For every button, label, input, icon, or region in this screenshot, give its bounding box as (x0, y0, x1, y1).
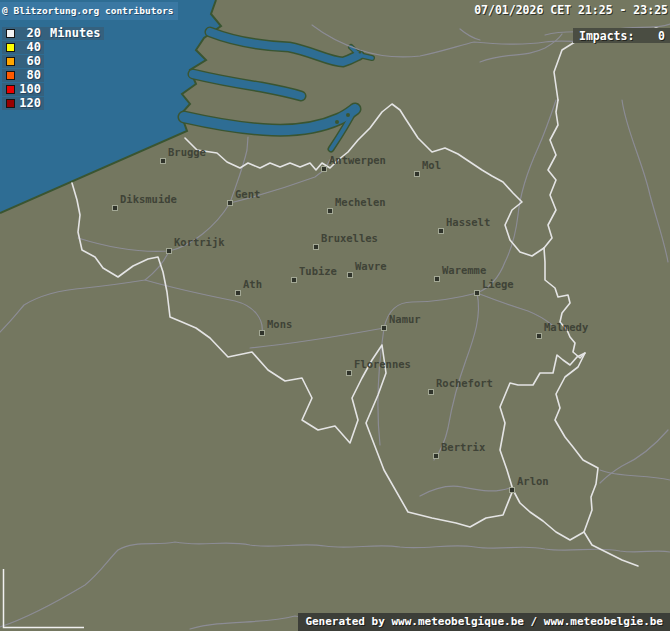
city-marker-gent (227, 200, 233, 206)
city-label-diksmuide: Diksmuide (120, 194, 177, 204)
city-label-namur: Namur (389, 314, 421, 324)
city-label-wavre: Wavre (355, 261, 387, 271)
city-marker-kortrijk (166, 248, 172, 254)
legend-color-swatch (6, 43, 15, 52)
legend-color-swatch (6, 71, 15, 80)
legend-minutes-value: 40 (15, 41, 41, 54)
attribution-label: @ Blitzortung.org contributors (0, 2, 178, 20)
legend-color-swatch (6, 29, 15, 38)
legend-item-100-min: 100 (2, 83, 44, 96)
city-label-liege: Liege (482, 279, 514, 289)
city-label-bertrix: Bertrix (441, 442, 485, 452)
city-marker-malmedy (536, 333, 542, 339)
city-marker-bruxelles (313, 244, 319, 250)
legend-minutes-value: 60 (15, 55, 41, 68)
city-marker-liege (474, 290, 480, 296)
legend-item-80-min: 80 (2, 69, 44, 82)
city-marker-ath (235, 290, 241, 296)
legend-unit-label: Minutes (50, 27, 101, 40)
impacts-counter: Impacts: 0 (573, 28, 670, 43)
datetime-range-label: 07/01/2026 CET 21:25 - 23:25 (474, 3, 668, 17)
impacts-label: Impacts: (579, 29, 634, 43)
city-label-rochefort: Rochefort (436, 378, 493, 388)
city-marker-florennes (346, 370, 352, 376)
legend-minutes-value: 20 (15, 27, 41, 40)
city-label-arlon: Arlon (517, 476, 549, 486)
city-marker-antwerpen (321, 166, 327, 172)
city-label-brugge: Brugge (168, 147, 206, 157)
city-label-tubize: Tubize (299, 266, 337, 276)
legend-item-120-min: 120 (2, 97, 44, 110)
city-marker-bertrix (433, 453, 439, 459)
city-label-malmedy: Malmedy (544, 322, 588, 332)
city-marker-diksmuide (112, 205, 118, 211)
city-label-florennes: Florennes (354, 359, 411, 369)
legend-item-40-min: 40 (2, 41, 44, 54)
city-marker-wavre (347, 272, 353, 278)
city-marker-waremme (434, 276, 440, 282)
legend-minutes-value: 120 (15, 97, 41, 110)
city-label-mons: Mons (267, 319, 292, 329)
city-label-ath: Ath (243, 279, 262, 289)
city-label-mol: Mol (422, 160, 441, 170)
city-label-gent: Gent (235, 189, 260, 199)
legend-minutes-value: 80 (15, 69, 41, 82)
city-label-kortrijk: Kortrijk (174, 237, 225, 247)
city-marker-mons (259, 330, 265, 336)
legend-minutes-value: 100 (15, 83, 41, 96)
city-label-antwerpen: Antwerpen (329, 155, 386, 165)
city-marker-hasselt (438, 228, 444, 234)
city-marker-namur (381, 325, 387, 331)
city-marker-mechelen (327, 208, 333, 214)
city-label-mechelen: Mechelen (335, 197, 386, 207)
age-legend: 20Minutes406080100120 (2, 27, 104, 111)
city-marker-tubize (291, 277, 297, 283)
lightning-strikes-map: BruggeDiksmuideGentKortrijkAntwerpenMolM… (0, 0, 670, 631)
city-marker-arlon (509, 487, 515, 493)
legend-item-60-min: 60 (2, 55, 44, 68)
credit-bar: Generated by www.meteobelgique.be / www.… (298, 613, 670, 631)
city-label-bruxelles: Bruxelles (321, 233, 378, 243)
city-label-waremme: Waremme (442, 265, 486, 275)
legend-item-20-min: 20Minutes (2, 27, 104, 40)
legend-color-swatch (6, 99, 15, 108)
legend-color-swatch (6, 85, 15, 94)
city-marker-brugge (160, 158, 166, 164)
city-marker-rochefort (428, 389, 434, 395)
legend-color-swatch (6, 57, 15, 66)
impacts-value: 0 (658, 29, 665, 43)
city-label-hasselt: Hasselt (446, 217, 490, 227)
city-marker-mol (414, 171, 420, 177)
